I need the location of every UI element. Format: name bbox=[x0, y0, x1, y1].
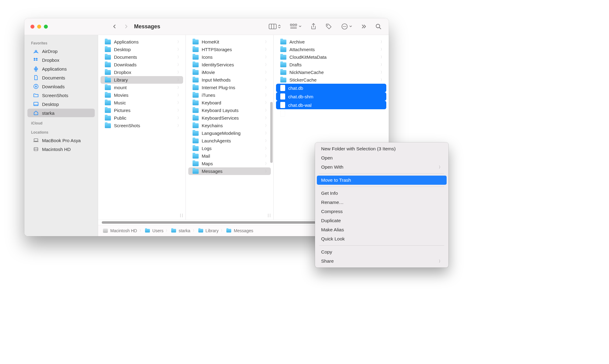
path-segment[interactable]: Users bbox=[152, 228, 164, 233]
overflow-button[interactable] bbox=[361, 24, 366, 29]
column-resize-handle[interactable]: || bbox=[268, 213, 271, 217]
folder-row[interactable]: iMovie〉 bbox=[188, 68, 271, 76]
path-segment[interactable]: Messages bbox=[234, 228, 253, 233]
file-row[interactable]: chat.db bbox=[276, 84, 386, 92]
vertical-scrollbar[interactable] bbox=[270, 102, 273, 163]
folder-row[interactable]: iTunes〉 bbox=[188, 91, 271, 99]
folder-row[interactable]: Messages〉 bbox=[188, 167, 271, 175]
folder-row[interactable]: ScreenShots〉 bbox=[101, 122, 183, 129]
back-button[interactable] bbox=[113, 25, 116, 28]
folder-row[interactable]: Keychains〉 bbox=[188, 122, 271, 129]
folder-row[interactable]: Icons〉 bbox=[188, 53, 271, 61]
folder-row[interactable]: Desktop〉 bbox=[101, 46, 183, 53]
folder-row[interactable]: Documents〉 bbox=[101, 53, 183, 61]
path-segment[interactable]: Macintosh HD bbox=[110, 228, 137, 233]
menu-item-new-folder-with-selection-3-items[interactable]: New Folder with Selection (3 Items) bbox=[317, 144, 447, 153]
folder-row[interactable]: Keyboard Layouts〉 bbox=[188, 107, 271, 114]
menu-item-label: Duplicate bbox=[321, 218, 341, 223]
chevron-right-icon: 〉 bbox=[265, 85, 268, 90]
folder-icon bbox=[193, 85, 199, 90]
search-button[interactable] bbox=[375, 23, 381, 30]
folder-row[interactable]: HomeKit〉 bbox=[188, 38, 271, 46]
folder-row[interactable]: Downloads〉 bbox=[101, 61, 183, 68]
folder-row[interactable]: Movies〉 bbox=[101, 91, 183, 99]
folder-icon bbox=[105, 85, 111, 90]
menu-item-open-with[interactable]: Open With〉 bbox=[317, 163, 447, 172]
menu-item-share[interactable]: Share〉 bbox=[317, 257, 447, 266]
menu-item-copy[interactable]: Copy bbox=[317, 247, 447, 257]
forward-button[interactable] bbox=[124, 25, 128, 28]
folder-row[interactable]: NickNameCache〉 bbox=[276, 68, 386, 76]
folder-row[interactable]: Applications〉 bbox=[101, 38, 183, 46]
sidebar-item-macintosh-hd[interactable]: Macintosh HD bbox=[27, 145, 95, 153]
column-resize-handle[interactable]: || bbox=[180, 213, 184, 217]
view-mode-button[interactable] bbox=[269, 24, 281, 29]
sidebar-section-heading: Favorites bbox=[24, 37, 98, 47]
menu-item-open[interactable]: Open bbox=[317, 153, 447, 163]
folder-row[interactable]: Public〉 bbox=[101, 114, 183, 122]
sidebar-item-airdrop[interactable]: AirDrop bbox=[27, 47, 95, 55]
sidebar-item-documents[interactable]: Documents bbox=[27, 73, 95, 82]
folder-row[interactable]: Pictures〉 bbox=[101, 107, 183, 114]
minimize-window-button[interactable] bbox=[37, 25, 41, 29]
row-label: ScreenShots bbox=[114, 123, 140, 128]
folder-row[interactable]: CloudKitMetaData〉 bbox=[276, 53, 386, 61]
menu-item-rename[interactable]: Rename… bbox=[317, 198, 447, 207]
menu-item-quick-look[interactable]: Quick Look bbox=[317, 234, 447, 243]
folder-row[interactable]: LaunchAgents〉 bbox=[188, 137, 271, 145]
folder-row[interactable]: LanguageModeling〉 bbox=[188, 129, 271, 137]
row-label: Attachments bbox=[289, 47, 315, 52]
folder-row[interactable]: KeyboardServices〉 bbox=[188, 114, 271, 122]
sidebar-item-applications[interactable]: Applications bbox=[27, 65, 95, 73]
folder-icon bbox=[145, 229, 150, 233]
file-row[interactable]: chat.db-shm bbox=[276, 92, 386, 101]
sidebar-item-starka[interactable]: starka bbox=[27, 109, 95, 117]
folder-row[interactable]: Attachments〉 bbox=[276, 46, 386, 53]
menu-item-label: New Folder with Selection (3 Items) bbox=[321, 146, 396, 152]
folder-row[interactable]: IdentityServices〉 bbox=[188, 61, 271, 68]
folder-row[interactable]: Internet Plug-Ins〉 bbox=[188, 84, 271, 91]
row-label: Drafts bbox=[289, 62, 302, 67]
menu-item-duplicate[interactable]: Duplicate bbox=[317, 216, 447, 225]
dropbox-icon bbox=[33, 57, 39, 63]
share-button[interactable] bbox=[311, 23, 316, 30]
sidebar-item-desktop[interactable]: Desktop bbox=[27, 100, 95, 108]
sidebar-item-macbook-pro-asya[interactable]: MacBook Pro Asya bbox=[27, 136, 95, 145]
menu-item-move-to-trash[interactable]: Move to Trash bbox=[317, 176, 447, 185]
folder-row[interactable]: Input Methods〉 bbox=[188, 76, 271, 84]
path-segment[interactable]: Library bbox=[206, 228, 219, 233]
folder-icon bbox=[280, 70, 286, 75]
folder-row[interactable]: Drafts〉 bbox=[276, 61, 386, 68]
path-segment[interactable]: starka bbox=[179, 228, 190, 233]
sidebar-item-label: Applications bbox=[42, 66, 67, 72]
folder-row[interactable]: StickerCache〉 bbox=[276, 76, 386, 84]
file-row[interactable]: chat.db-wal bbox=[276, 101, 386, 109]
sidebar-item-downloads[interactable]: Downloads bbox=[27, 82, 95, 91]
zoom-window-button[interactable] bbox=[44, 25, 48, 29]
folder-row[interactable]: Library〉 bbox=[101, 76, 183, 84]
menu-item-make-alias[interactable]: Make Alias bbox=[317, 225, 447, 234]
folder-row[interactable]: HTTPStorages〉 bbox=[188, 46, 271, 53]
folder-row[interactable]: Keyboard〉 bbox=[188, 99, 271, 107]
folder-row[interactable]: Dropbox〉 bbox=[101, 68, 183, 76]
row-label: Downloads bbox=[114, 62, 136, 67]
tags-button[interactable] bbox=[325, 23, 332, 30]
row-label: Maps bbox=[202, 161, 213, 166]
close-window-button[interactable] bbox=[30, 25, 34, 29]
sidebar-item-dropbox[interactable]: Dropbox bbox=[27, 56, 95, 64]
folder-row[interactable]: Music〉 bbox=[101, 99, 183, 107]
more-button[interactable] bbox=[341, 23, 352, 30]
menu-item-label: Quick Look bbox=[321, 236, 345, 242]
group-button[interactable] bbox=[290, 24, 302, 29]
sidebar-item-screenshots[interactable]: ScreenShots bbox=[27, 91, 95, 100]
file-row[interactable] bbox=[276, 109, 386, 118]
folder-icon bbox=[193, 116, 199, 121]
menu-item-compress[interactable]: Compress bbox=[317, 207, 447, 216]
row-label: Music bbox=[114, 100, 126, 105]
menu-item-get-info[interactable]: Get Info bbox=[317, 189, 447, 198]
folder-row[interactable]: Logs〉 bbox=[188, 145, 271, 152]
folder-row[interactable]: Mail〉 bbox=[188, 152, 271, 160]
folder-row[interactable]: mount〉 bbox=[101, 84, 183, 91]
folder-row[interactable]: Archive〉 bbox=[276, 38, 386, 46]
folder-row[interactable]: Maps〉 bbox=[188, 160, 271, 167]
